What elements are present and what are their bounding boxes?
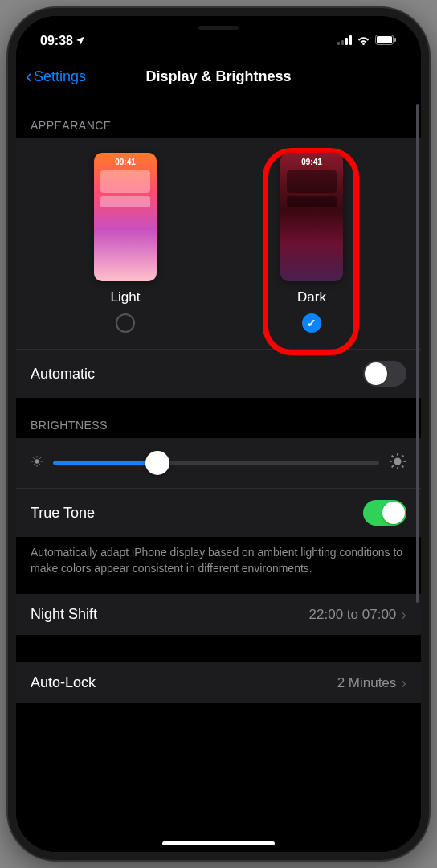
sun-large-icon [389,452,406,473]
svg-line-21 [392,456,394,457]
appearance-option-dark[interactable]: 09:41 Dark [280,153,343,333]
svg-line-14 [33,464,34,465]
brightness-header: BRIGHTNESS [16,398,421,438]
battery-icon [375,34,397,48]
auto-lock-label: Auto-Lock [31,674,96,691]
svg-line-12 [33,457,34,458]
phone-frame: 09:38 [8,8,429,860]
true-tone-row: True Tone [16,488,421,537]
dark-preview: 09:41 [280,153,343,281]
wifi-icon [357,34,370,48]
night-shift-value: 22:00 to 07:00 [309,607,397,623]
dark-label: Dark [297,289,326,305]
true-tone-toggle[interactable] [363,500,406,526]
svg-line-22 [402,465,403,467]
auto-lock-card: Auto-Lock 2 Minutes › [16,662,421,703]
automatic-toggle[interactable] [363,361,406,387]
auto-lock-row[interactable]: Auto-Lock 2 Minutes › [16,662,421,703]
brightness-card: True Tone [16,438,421,537]
automatic-label: Automatic [31,366,95,383]
cellular-signal-icon [337,34,352,48]
light-radio[interactable] [116,313,135,333]
svg-point-7 [35,459,39,463]
true-tone-footer: Automatically adapt iPhone display based… [16,537,421,594]
back-label: Settings [34,68,86,85]
svg-line-13 [39,464,40,465]
svg-point-16 [394,457,401,465]
svg-rect-2 [345,38,348,45]
svg-rect-0 [337,42,340,45]
svg-line-23 [392,465,394,467]
light-label: Light [111,289,141,305]
true-tone-label: True Tone [31,505,95,522]
content-scroll[interactable]: APPEARANCE 09:41 Light [16,98,421,852]
automatic-row: Automatic [16,349,421,398]
sun-small-icon [31,455,43,471]
location-arrow-icon [76,34,85,48]
notch [138,16,299,39]
status-time: 09:38 [40,34,73,48]
appearance-card: 09:41 Light 09:41 [16,138,421,398]
auto-lock-value: 2 Minutes [337,675,397,691]
chevron-right-icon: › [401,674,406,692]
brightness-slider[interactable] [53,461,379,465]
back-button[interactable]: ‹ Settings [26,67,86,86]
brightness-slider-row [16,438,421,488]
home-indicator[interactable] [162,841,275,845]
night-shift-row[interactable]: Night Shift 22:00 to 07:00 › [16,594,421,635]
svg-rect-6 [394,38,396,42]
appearance-option-light[interactable]: 09:41 Light [94,153,157,333]
svg-rect-1 [341,40,344,45]
chevron-right-icon: › [401,605,406,624]
svg-rect-5 [377,36,392,43]
night-shift-label: Night Shift [31,606,97,623]
svg-line-15 [39,457,40,458]
nav-bar: ‹ Settings Display & Brightness [16,55,421,98]
svg-line-24 [402,456,403,457]
dark-radio[interactable] [302,313,321,333]
svg-rect-3 [349,35,352,45]
screen: 09:38 [16,16,421,852]
night-shift-card: Night Shift 22:00 to 07:00 › [16,594,421,635]
chevron-left-icon: ‹ [26,67,32,86]
light-preview: 09:41 [94,153,157,281]
appearance-header: APPEARANCE [16,98,421,138]
